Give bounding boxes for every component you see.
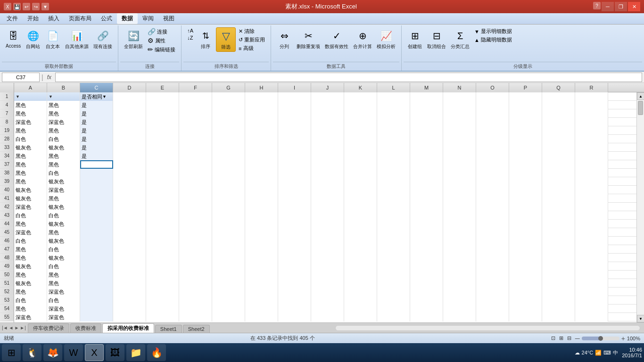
vertical-scrollbar[interactable]: ▲ ▼ bbox=[636, 92, 644, 322]
text-button[interactable]: 📄 自文本 bbox=[43, 27, 62, 51]
properties-button[interactable]: ⚙ 属性 bbox=[146, 36, 177, 45]
cell-f42[interactable] bbox=[179, 203, 212, 211]
cell-j49[interactable] bbox=[311, 262, 344, 271]
cell-n49[interactable] bbox=[443, 262, 476, 271]
cell-f46[interactable] bbox=[179, 237, 212, 245]
row-num-47[interactable]: 47 bbox=[0, 245, 14, 254]
cell-q1[interactable] bbox=[542, 92, 575, 101]
cell-c39[interactable] bbox=[80, 177, 113, 186]
cell-b41[interactable]: 黑色 bbox=[47, 194, 80, 203]
cell-d46[interactable] bbox=[113, 237, 146, 245]
cell-q43[interactable] bbox=[542, 211, 575, 220]
cell-h45[interactable] bbox=[245, 228, 278, 237]
cell-i8[interactable] bbox=[278, 118, 311, 126]
sheet-nav-prev[interactable]: ◄ bbox=[9, 325, 14, 330]
cell-h1[interactable] bbox=[245, 92, 278, 101]
cell-n53[interactable] bbox=[443, 296, 476, 304]
cell-f50[interactable] bbox=[179, 271, 212, 279]
cell-a38[interactable]: 黑色 bbox=[14, 169, 47, 177]
cell-m1[interactable] bbox=[410, 92, 443, 101]
cell-r42[interactable] bbox=[575, 203, 608, 211]
cell-b40[interactable]: 深蓝色 bbox=[47, 186, 80, 194]
row-num-51[interactable]: 51 bbox=[0, 279, 14, 288]
cell-c52[interactable] bbox=[80, 288, 113, 296]
cell-m19[interactable] bbox=[410, 126, 443, 135]
menu-formula[interactable]: 公式 bbox=[96, 13, 117, 24]
cell-r28[interactable] bbox=[575, 135, 608, 143]
cell-r52[interactable] bbox=[575, 288, 608, 296]
cell-q8[interactable] bbox=[542, 118, 575, 126]
cell-p41[interactable] bbox=[509, 194, 542, 203]
cell-o39[interactable] bbox=[476, 177, 509, 186]
refresh-all-button[interactable]: 🔄 全部刷新 bbox=[122, 27, 145, 51]
cell-p44[interactable] bbox=[509, 220, 542, 228]
cell-q39[interactable] bbox=[542, 177, 575, 186]
cell-o37[interactable] bbox=[476, 160, 509, 169]
cell-o34[interactable] bbox=[476, 152, 509, 160]
cell-b54[interactable]: 深蓝色 bbox=[47, 304, 80, 313]
cell-r45[interactable] bbox=[575, 228, 608, 237]
access-button[interactable]: 🗄 Access bbox=[4, 27, 23, 49]
cell-c55[interactable] bbox=[80, 313, 113, 321]
cell-a48[interactable]: 黑色 bbox=[14, 254, 47, 262]
cell-g41[interactable] bbox=[212, 194, 245, 203]
cell-r43[interactable] bbox=[575, 211, 608, 220]
cell-g4[interactable] bbox=[212, 101, 245, 109]
scroll-down-arrow[interactable]: ▼ bbox=[637, 315, 644, 322]
cell-k38[interactable] bbox=[344, 169, 377, 177]
web-button[interactable]: 🌐 自网站 bbox=[24, 27, 42, 51]
cell-r4[interactable] bbox=[575, 101, 608, 109]
cell-k37[interactable] bbox=[344, 160, 377, 169]
cell-i33[interactable] bbox=[278, 143, 311, 152]
name-box[interactable] bbox=[2, 73, 40, 82]
cell-h49[interactable] bbox=[245, 262, 278, 271]
cell-a19[interactable]: 黑色 bbox=[14, 126, 47, 135]
cell-d47[interactable] bbox=[113, 245, 146, 254]
row-num-37[interactable]: 37 bbox=[0, 160, 14, 169]
cell-p39[interactable] bbox=[509, 177, 542, 186]
cell-h37[interactable] bbox=[245, 160, 278, 169]
cell-p38[interactable] bbox=[509, 169, 542, 177]
cell-b51[interactable]: 黑色 bbox=[47, 279, 80, 288]
taskbar-photo[interactable]: 🖼 bbox=[106, 344, 124, 361]
cell-n8[interactable] bbox=[443, 118, 476, 126]
cell-a44[interactable]: 黑色 bbox=[14, 220, 47, 228]
cell-r46[interactable] bbox=[575, 237, 608, 245]
cell-j1[interactable] bbox=[311, 92, 344, 101]
cell-q51[interactable] bbox=[542, 279, 575, 288]
cell-p53[interactable] bbox=[509, 296, 542, 304]
cell-q47[interactable] bbox=[542, 245, 575, 254]
cell-c37[interactable] bbox=[80, 160, 113, 169]
cell-o42[interactable] bbox=[476, 203, 509, 211]
cell-o44[interactable] bbox=[476, 220, 509, 228]
zoom-slider-thumb[interactable] bbox=[598, 336, 603, 341]
cell-m34[interactable] bbox=[410, 152, 443, 160]
cell-q33[interactable] bbox=[542, 143, 575, 152]
cell-h43[interactable] bbox=[245, 211, 278, 220]
cell-j54[interactable] bbox=[311, 304, 344, 313]
cell-m48[interactable] bbox=[410, 254, 443, 262]
cell-c1[interactable]: 是否相同▼ bbox=[80, 92, 113, 101]
cell-r34[interactable] bbox=[575, 152, 608, 160]
cell-l50[interactable] bbox=[377, 271, 410, 279]
col-header-j[interactable]: J bbox=[311, 83, 344, 92]
row-num-46[interactable]: 46 bbox=[0, 237, 14, 245]
cell-a43[interactable]: 白色 bbox=[14, 211, 47, 220]
cell-a40[interactable]: 银灰色 bbox=[14, 186, 47, 194]
cell-n38[interactable] bbox=[443, 169, 476, 177]
cell-j28[interactable] bbox=[311, 135, 344, 143]
cell-j39[interactable] bbox=[311, 177, 344, 186]
cell-a53[interactable]: 白色 bbox=[14, 296, 47, 304]
edit-links-button[interactable]: ✏ 编辑链接 bbox=[146, 45, 177, 54]
cell-k39[interactable] bbox=[344, 177, 377, 186]
row-num-1[interactable]: 1 bbox=[0, 92, 14, 101]
cell-a42[interactable]: 深蓝色 bbox=[14, 203, 47, 211]
help-icon[interactable]: ? bbox=[593, 2, 601, 9]
row-num-53[interactable]: 53 bbox=[0, 296, 14, 304]
subtotal-button[interactable]: Σ 分类汇总 bbox=[449, 27, 471, 51]
cell-p7[interactable] bbox=[509, 109, 542, 118]
cell-p1[interactable] bbox=[509, 92, 542, 101]
cell-a4[interactable]: 黑色 bbox=[14, 101, 47, 109]
cell-c45[interactable] bbox=[80, 228, 113, 237]
cell-m52[interactable] bbox=[410, 288, 443, 296]
